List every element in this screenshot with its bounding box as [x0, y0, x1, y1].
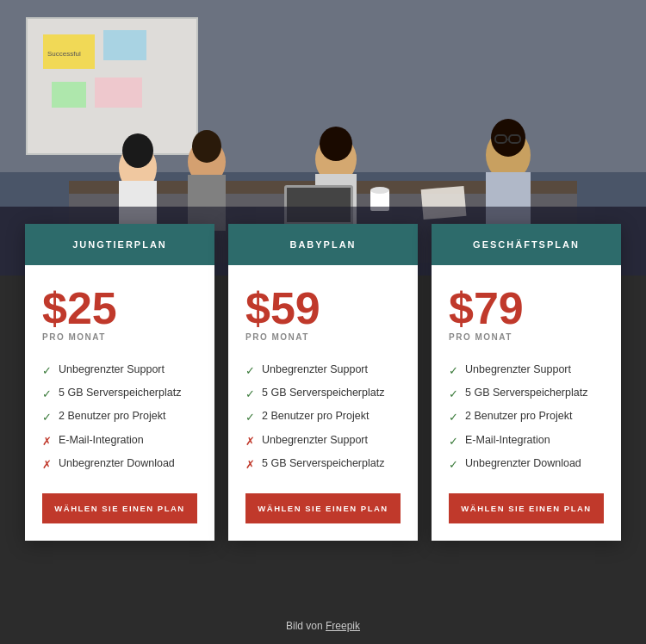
pricing-card-baby: BABYPLAN$59PRO MONAT✓Unbegrenzter Suppor… — [228, 224, 418, 541]
feature-jungtier-0: ✓Unbegrenzter Support — [42, 359, 197, 382]
cross-icon: ✗ — [245, 434, 255, 449]
feature-text-geschaeft-1: 5 GB Serverspeicherplatz — [465, 386, 587, 401]
feature-baby-2: ✓2 Benutzer pro Projekt — [245, 406, 401, 429]
check-icon: ✓ — [42, 387, 52, 402]
svg-rect-5 — [103, 30, 146, 60]
period-jungtier: PRO MONAT — [42, 332, 197, 342]
price-baby: $59 — [245, 286, 401, 331]
check-icon: ✓ — [449, 410, 458, 425]
svg-rect-7 — [95, 77, 142, 108]
check-icon: ✓ — [245, 410, 255, 425]
feature-text-geschaeft-2: 2 Benutzer pro Projekt — [465, 409, 572, 424]
cta-button-jungtier[interactable]: WÄHLEN SIE EINEN PLAN — [42, 493, 197, 523]
feature-baby-0: ✓Unbegrenzter Support — [245, 359, 401, 382]
feature-geschaeft-0: ✓Unbegrenzter Support — [449, 359, 604, 382]
period-baby: PRO MONAT — [245, 332, 401, 342]
feature-baby-3: ✗Unbegrenzter Support — [245, 430, 401, 453]
svg-rect-6 — [52, 82, 86, 108]
feature-text-baby-2: 2 Benutzer pro Projekt — [262, 409, 369, 424]
pricing-section: JUNGTIERPLAN$25PRO MONAT✓Unbegrenzter Su… — [17, 224, 629, 541]
card-header-geschaeft: GESCHÄFTSPLAN — [432, 224, 621, 265]
feature-text-geschaeft-4: Unbegrenzter Download — [465, 456, 581, 472]
feature-text-baby-1: 5 GB Serverspeicherplatz — [262, 386, 384, 401]
pricing-card-geschaeft: GESCHÄFTSPLAN$79PRO MONAT✓Unbegrenzter S… — [432, 224, 621, 541]
check-icon: ✓ — [449, 434, 458, 449]
feature-jungtier-4: ✗Unbegrenzter Download — [42, 453, 197, 476]
feature-text-baby-4: 5 GB Serverspeicherplatz — [262, 456, 384, 472]
feature-baby-1: ✓5 GB Serverspeicherplatz — [245, 382, 401, 406]
feature-baby-4: ✗5 GB Serverspeicherplatz — [245, 453, 401, 476]
footer-note: Bild von Freepik — [0, 620, 646, 632]
price-geschaeft: $79 — [449, 286, 604, 331]
feature-jungtier-3: ✗E-Mail-Integration — [42, 430, 197, 453]
card-header-baby: BABYPLAN — [228, 224, 418, 265]
price-jungtier: $25 — [42, 286, 197, 331]
period-geschaeft: PRO MONAT — [449, 332, 604, 342]
feature-text-geschaeft-0: Unbegrenzter Support — [465, 362, 571, 378]
feature-jungtier-2: ✓2 Benutzer pro Projekt — [42, 406, 197, 429]
feature-text-baby-3: Unbegrenzter Support — [262, 433, 368, 449]
cross-icon: ✗ — [42, 434, 52, 449]
svg-point-16 — [192, 130, 221, 163]
feature-text-geschaeft-3: E-Mail-Integration — [465, 433, 550, 449]
check-icon: ✓ — [449, 363, 458, 379]
svg-point-13 — [122, 133, 153, 168]
check-icon: ✓ — [449, 387, 458, 402]
feature-text-baby-0: Unbegrenzter Support — [262, 362, 368, 378]
feature-geschaeft-1: ✓5 GB Serverspeicherplatz — [449, 382, 604, 406]
feature-text-jungtier-2: 2 Benutzer pro Projekt — [59, 409, 165, 424]
feature-geschaeft-3: ✓E-Mail-Integration — [449, 430, 604, 453]
check-icon: ✓ — [449, 457, 458, 473]
check-icon: ✓ — [245, 363, 255, 379]
check-icon: ✓ — [245, 387, 255, 402]
cta-button-baby[interactable]: WÄHLEN SIE EINEN PLAN — [245, 493, 401, 523]
feature-geschaeft-2: ✓2 Benutzer pro Projekt — [449, 406, 604, 429]
check-icon: ✓ — [42, 363, 52, 379]
cross-icon: ✗ — [245, 457, 255, 473]
feature-geschaeft-4: ✓Unbegrenzter Download — [449, 453, 604, 476]
check-icon: ✓ — [42, 410, 52, 425]
svg-point-30 — [370, 187, 389, 194]
feature-text-jungtier-4: Unbegrenzter Download — [59, 456, 175, 472]
feature-text-jungtier-3: E-Mail-Integration — [59, 433, 144, 449]
footer-text: Bild von — [286, 620, 323, 632]
footer-link[interactable]: Freepik — [326, 620, 360, 632]
pricing-card-jungtier: JUNGTIERPLAN$25PRO MONAT✓Unbegrenzter Su… — [25, 224, 214, 541]
cta-button-geschaeft[interactable]: WÄHLEN SIE EINEN PLAN — [449, 493, 604, 523]
card-header-jungtier: JUNGTIERPLAN — [25, 224, 214, 265]
svg-text:Successful: Successful — [47, 50, 81, 58]
feature-jungtier-1: ✓5 GB Serverspeicherplatz — [42, 382, 197, 406]
feature-text-jungtier-1: 5 GB Serverspeicherplatz — [59, 386, 181, 401]
cross-icon: ✗ — [42, 457, 52, 473]
svg-point-19 — [320, 127, 352, 161]
feature-text-jungtier-0: Unbegrenzter Support — [59, 362, 165, 378]
